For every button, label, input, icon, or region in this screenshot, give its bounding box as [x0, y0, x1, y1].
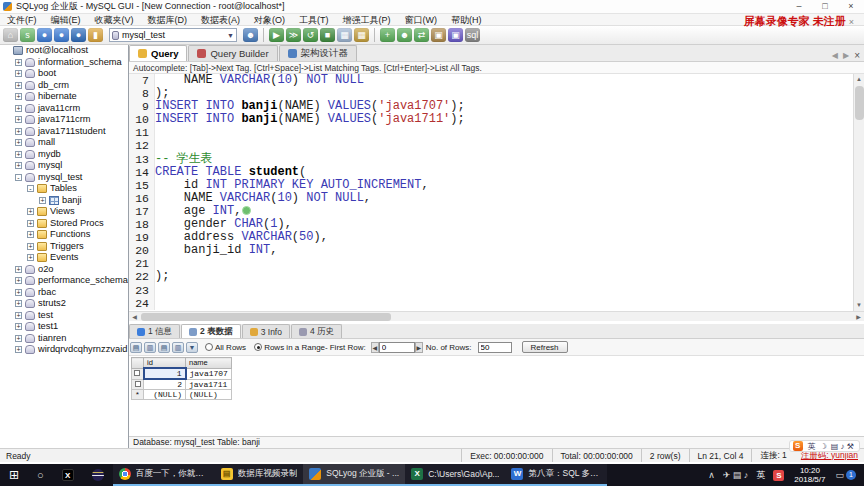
taskbar-item-file-explorer-doc[interactable]: XC:\Users\Gao\Ap...: [405, 464, 505, 486]
insert-rows-icon[interactable]: ▦: [337, 28, 352, 42]
expand-icon[interactable]: +: [27, 208, 34, 215]
expand-icon[interactable]: +: [15, 346, 22, 353]
restore-icon[interactable]: ▣: [448, 28, 463, 42]
tree-item-java11crm[interactable]: +java11crm: [0, 103, 128, 115]
column-header-id[interactable]: id: [144, 358, 186, 369]
scroll-down-icon[interactable]: ▼: [854, 300, 864, 311]
menu-item[interactable]: 数据库(D): [141, 14, 195, 26]
add-user-icon[interactable]: +: [380, 28, 395, 42]
tree-item-java1711student[interactable]: +java1711student: [0, 126, 128, 138]
result-tab-4 历史[interactable]: 4 历史: [291, 324, 342, 338]
stop-query-icon[interactable]: ■: [320, 28, 335, 42]
tree-item-mall[interactable]: +mall: [0, 137, 128, 149]
tree-item-Views[interactable]: +Views: [0, 206, 128, 218]
taskbar-clock[interactable]: 10:20 2018/5/7: [794, 466, 825, 484]
expand-icon[interactable]: +: [15, 82, 22, 89]
database-select[interactable]: mysql_test ▼: [109, 28, 237, 42]
all-rows-radio[interactable]: [205, 343, 213, 351]
tree-item-boot[interactable]: +boot: [0, 68, 128, 80]
tree-item-Tables[interactable]: -Tables: [0, 183, 128, 195]
scroll-right-icon[interactable]: ▶: [853, 312, 864, 322]
menu-item[interactable]: 收藏夹(V): [88, 14, 141, 26]
result-tab-2 表数据[interactable]: 2 表数据: [181, 324, 241, 338]
expand-icon[interactable]: +: [15, 151, 22, 158]
table-row[interactable]: 1java1707: [132, 368, 232, 379]
tree-item-tianren[interactable]: +tianren: [0, 333, 128, 345]
cell[interactable]: java1711: [186, 379, 232, 390]
tree-item-Functions[interactable]: +Functions: [0, 229, 128, 241]
action-center-button[interactable]: ▭ 1: [831, 470, 864, 480]
execute-all-icon[interactable]: ≫: [286, 28, 301, 42]
chart-icon[interactable]: ▮: [88, 28, 103, 42]
expand-icon[interactable]: +: [27, 231, 34, 238]
minimize-button[interactable]: –: [786, 0, 812, 13]
first-row-increment-icon[interactable]: ▶: [415, 342, 423, 353]
expand-icon[interactable]: +: [15, 139, 22, 146]
table-row[interactable]: *(NULL)(NULL): [132, 390, 232, 400]
expand-icon[interactable]: +: [15, 312, 22, 319]
ime-tool-icons[interactable]: ▤ ♪ ⚒: [831, 442, 854, 451]
web-update-icon[interactable]: ●: [71, 28, 86, 42]
expand-icon[interactable]: +: [15, 162, 22, 169]
expand-icon[interactable]: +: [15, 266, 22, 273]
scroll-left-icon[interactable]: ◀: [129, 312, 140, 322]
collapse-icon[interactable]: -: [27, 185, 34, 192]
taskbar-item-wps-writer[interactable]: W第八章：SQL 多表...: [505, 464, 607, 486]
cell[interactable]: (NULL): [186, 390, 232, 400]
expand-icon[interactable]: +: [39, 197, 46, 204]
pinned-x-tool[interactable]: X: [53, 469, 83, 481]
ime-language-indicator[interactable]: 英: [808, 441, 816, 452]
tree-item-mydb[interactable]: +mydb: [0, 149, 128, 161]
taskbar-item-chrome[interactable]: 百度一下，你就知...: [113, 464, 215, 486]
connection-user-icon[interactable]: ☻: [243, 28, 258, 42]
expand-icon[interactable]: +: [15, 116, 22, 123]
expand-icon[interactable]: +: [15, 300, 22, 307]
scroll-thumb[interactable]: [855, 86, 864, 120]
grid-csv-icon[interactable]: ▤: [158, 342, 170, 353]
rows-in-range-radio[interactable]: [254, 343, 262, 351]
editor-line[interactable]: 10INSERT INTO banji(NAME) VALUES('java17…: [129, 113, 864, 126]
editor-vertical-scrollbar[interactable]: ▲ ▼: [853, 74, 864, 311]
result-tab-3 Info[interactable]: 3 Info: [242, 324, 290, 338]
maximize-button[interactable]: □: [812, 0, 838, 13]
editor-line[interactable]: 7 NAME VARCHAR(10) NOT NULL: [129, 74, 864, 87]
tree-item-java1711crm[interactable]: +java1711crm: [0, 114, 128, 126]
collapse-icon[interactable]: -: [15, 174, 22, 181]
expand-icon[interactable]: +: [15, 289, 22, 296]
expand-icon[interactable]: +: [15, 59, 22, 66]
editor-line[interactable]: 23: [129, 284, 864, 297]
scroll-thumb[interactable]: [141, 313, 391, 321]
expand-icon[interactable]: +: [15, 105, 22, 112]
web-faq-icon[interactable]: ●: [54, 28, 69, 42]
cell[interactable]: (NULL): [144, 390, 186, 400]
tree-item-test[interactable]: +test: [0, 310, 128, 322]
cell[interactable]: java1707: [186, 368, 232, 379]
expand-icon[interactable]: +: [15, 70, 22, 77]
tree-item-banji[interactable]: +banji: [0, 195, 128, 207]
backup-icon[interactable]: ▣: [431, 28, 446, 42]
row-checkbox[interactable]: [135, 381, 141, 387]
new-connection-icon[interactable]: ⌂: [3, 28, 18, 42]
tree-item-mysql_test[interactable]: -mysql_test: [0, 172, 128, 184]
tray-app-icons[interactable]: ✈ ▤ ♪: [723, 470, 749, 480]
sogou-logo-icon[interactable]: S: [793, 441, 803, 451]
result-tab-1 信息[interactable]: 1 信息: [129, 324, 180, 338]
tab-close-icon[interactable]: ×: [854, 50, 860, 61]
tab-scroll-left-icon[interactable]: ◀: [832, 51, 838, 60]
table-row[interactable]: 2java1711: [132, 379, 232, 390]
disconnect-icon[interactable]: s: [20, 28, 35, 42]
tab-Query[interactable]: Query: [129, 45, 187, 61]
expand-icon[interactable]: +: [15, 335, 22, 342]
tray-ime-indicator[interactable]: 英: [756, 469, 765, 482]
tab-架构设计器[interactable]: 架构设计器: [279, 45, 358, 61]
tree-item-hibernate[interactable]: +hibernate: [0, 91, 128, 103]
tree-item-mysql[interactable]: +mysql: [0, 160, 128, 172]
execute-query-icon[interactable]: ▶: [269, 28, 284, 42]
tree-item-root@localhost[interactable]: root@localhost: [0, 45, 128, 57]
sync-icon[interactable]: ⇄: [414, 28, 429, 42]
taskbar-item-sqlyog[interactable]: SQLyog 企业版 - ...: [303, 464, 405, 486]
menu-item[interactable]: 对象(O): [247, 14, 292, 26]
expand-icon[interactable]: +: [15, 128, 22, 135]
grid-filter-icon[interactable]: ▼: [186, 342, 198, 353]
editor-line[interactable]: 20 banji_id INT,: [129, 244, 864, 257]
